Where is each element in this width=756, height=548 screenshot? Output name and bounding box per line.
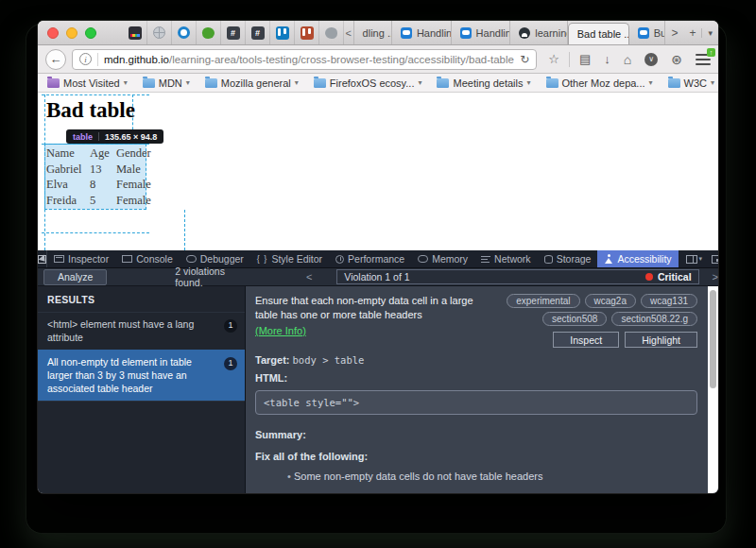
next-violation-button[interactable]: > (713, 271, 718, 283)
dock-side-button[interactable]: ▾ (686, 255, 703, 264)
url-bar[interactable]: i mdn.github.io/learning-area/tools-test… (72, 49, 537, 70)
hash-icon: # (251, 26, 265, 40)
tab-label: dling ... (363, 27, 392, 39)
pinned-tab[interactable] (172, 21, 197, 44)
inspect-button[interactable]: Inspect (553, 332, 619, 348)
back-button[interactable]: ← (45, 49, 66, 70)
tab-style-editor[interactable]: { }Style Editor (250, 250, 329, 267)
tab-network[interactable]: Network (474, 250, 538, 267)
pinned-tab[interactable] (270, 21, 295, 44)
site-info-icon[interactable]: i (79, 53, 92, 65)
browser-tab[interactable]: learning-... (510, 21, 567, 44)
tab-inspector[interactable]: Inspector (47, 250, 115, 267)
bookmark-folder[interactable]: Meeting details▾ (437, 77, 530, 89)
accessibility-person-icon (604, 254, 613, 264)
toolbar-icons: ☆ ▤ ↓ ⌂ ∨ ⊛ ↑ (548, 52, 711, 67)
reading-list-icon[interactable]: ▤ (579, 52, 591, 66)
table-cell: Female (116, 178, 151, 194)
scroll-tabs-left-button[interactable]: < (344, 21, 353, 44)
chevron-down-icon: ▾ (649, 78, 653, 87)
folder-icon (668, 78, 680, 88)
pinned-tab[interactable]: # (221, 21, 246, 44)
previous-violation-button[interactable]: < (306, 271, 312, 283)
chevron-down-icon: ▾ (124, 78, 128, 87)
tooltip-dimensions: 135.65 × 94.8 (105, 132, 157, 142)
tab-storage[interactable]: Storage (538, 250, 598, 267)
zoom-window-button[interactable] (85, 27, 96, 39)
pick-element-button[interactable] (38, 250, 47, 267)
split-console-icon[interactable] (712, 255, 718, 264)
bookmark-label: W3C (684, 77, 707, 89)
browser-tab-bar: # # < dling ... Handling ... Handling ..… (38, 21, 718, 45)
github-icon (519, 27, 530, 39)
pocket-icon[interactable]: ∨ (644, 53, 658, 66)
target-row: Target: body > table (255, 354, 697, 366)
tab-performance[interactable]: Performance (329, 250, 411, 267)
browser-tab[interactable]: Handling ... (392, 21, 452, 44)
target-value: body > table (293, 354, 365, 366)
result-item[interactable]: <html> element must have a lang attribut… (38, 312, 245, 350)
result-item-selected[interactable]: All non-empty td element in table larger… (38, 350, 245, 401)
home-icon[interactable]: ⌂ (624, 52, 631, 67)
app-dark-icon (129, 26, 142, 40)
chevron-down-icon: ▾ (295, 78, 299, 87)
browser-tab[interactable]: Bui (629, 21, 666, 44)
table-row: Gabriel 13 Male (46, 163, 151, 179)
violation-description: Ensure that each non-empty data cell in … (255, 295, 473, 320)
violation-status-box: Violation 1 of 1 Critical (336, 269, 698, 284)
accessibility-main: RESULTS <html> element must have a lang … (38, 286, 718, 493)
pinned-tab[interactable] (197, 21, 221, 44)
browser-tab[interactable]: Handling ... (452, 21, 511, 44)
violation-label: Violation 1 of 1 (344, 271, 645, 283)
summary-label: Summary: (255, 429, 697, 440)
reload-icon[interactable]: ↻ (514, 53, 529, 66)
menu-icon[interactable]: ↑ (696, 54, 711, 65)
all-tabs-button[interactable]: ▾ (701, 28, 718, 38)
browser-tab-active[interactable]: Bad table ... × (568, 23, 629, 44)
scrollbar-thumb[interactable] (710, 290, 716, 388)
url-text[interactable]: mdn.github.io/learning-area/tools-testin… (104, 54, 514, 65)
page-viewport: Bad table table 135.65 × 94.8 Name Age G… (38, 93, 718, 250)
bookmark-label: MDN (159, 77, 182, 89)
table-cell: Gabriel (46, 163, 90, 179)
html-label: HTML: (255, 372, 697, 384)
close-window-button[interactable] (47, 27, 59, 39)
bookmark-folder[interactable]: FirefoxOS ecosy...▾ (314, 77, 422, 89)
highlight-guide (184, 210, 185, 250)
scroll-tabs-right-button[interactable]: > (665, 26, 683, 40)
fix-label: Fix all of the following: (255, 451, 697, 462)
bookmark-folder[interactable]: W3C▾ (668, 77, 714, 89)
extension-icon[interactable]: ⊛ (671, 52, 682, 67)
critical-dot-icon (645, 273, 653, 281)
pinned-tab[interactable] (123, 21, 147, 44)
tag-pill: section508.22.g (611, 312, 697, 326)
pinned-tab[interactable] (295, 21, 319, 44)
highlight-button[interactable]: Highlight (625, 332, 697, 348)
bookmark-star-icon[interactable]: ☆ (548, 52, 559, 66)
bookmark-folder[interactable]: Most Visited▾ (47, 77, 128, 89)
accessibility-toolbar: Analyze 2 violations found. < Violation … (38, 267, 718, 286)
analyze-button[interactable]: Analyze (43, 269, 107, 285)
browser-tab[interactable]: dling ... (353, 21, 392, 44)
scrollbar-track[interactable] (708, 286, 718, 493)
pinned-tab[interactable]: # (246, 21, 270, 44)
tab-accessibility[interactable]: Accessibility (597, 250, 678, 267)
tab-console[interactable]: Console (115, 250, 180, 267)
bookmark-folder[interactable]: Mozilla general▾ (205, 77, 299, 89)
bookmark-folder[interactable]: Other Moz depa...▾ (546, 77, 653, 89)
more-info-link[interactable]: (More Info) (255, 324, 306, 338)
bookmark-folder[interactable]: MDN▾ (143, 77, 190, 89)
new-tab-button[interactable]: + (683, 26, 701, 40)
trello-red-icon (301, 26, 314, 40)
tab-memory[interactable]: Memory (411, 250, 474, 267)
downloads-icon[interactable]: ↓ (604, 52, 610, 66)
table-cell: Male (116, 163, 151, 179)
page-title: Bad table (46, 98, 135, 123)
pinned-tab[interactable] (147, 21, 172, 44)
tab-label: Handling ... (476, 27, 511, 39)
pinned-tab[interactable] (319, 21, 344, 44)
bookmark-label: Other Moz depa... (562, 77, 645, 89)
result-text: All non-empty td element in table larger… (47, 356, 224, 395)
minimize-window-button[interactable] (66, 27, 77, 39)
dino-green-icon (202, 27, 215, 39)
